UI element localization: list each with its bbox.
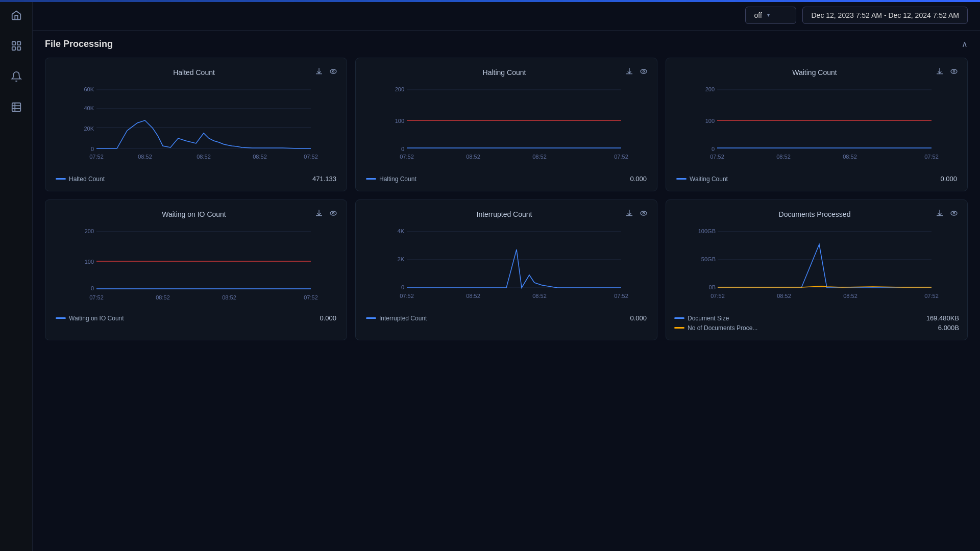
documents-download-button[interactable] [935,208,945,220]
waiting-io-count-actions [314,208,338,220]
halted-count-eye-button[interactable] [328,66,338,78]
halted-count-legend-value: 471.133 [312,175,336,183]
sidebar [0,0,33,551]
halted-count-download-button[interactable] [314,66,324,78]
svg-text:07:52: 07:52 [89,294,104,300]
svg-rect-0 [12,42,15,45]
waiting-count-legend-color [676,178,687,180]
interrupted-legend-item: Interrupted Count [366,315,427,322]
date-range-button[interactable]: Dec 12, 2023 7:52 AM - Dec 12, 2024 7:52… [802,7,968,24]
refresh-dropdown-label: off [754,11,762,19]
waiting-io-chart: 200 100 0 07:52 08:52 08:52 07:52 [54,224,338,308]
doc-size-legend-label: Document Size [688,315,729,322]
svg-point-65 [641,211,647,215]
documents-legend: Document Size 169.480KB No of Documents … [674,314,959,332]
svg-text:07:52: 07:52 [304,154,318,160]
waiting-count-download-button[interactable] [935,66,945,78]
interrupted-chart: 4K 2K 0 07:52 08:52 08:52 07:52 [364,224,649,308]
waiting-count-card: Waiting Count 200 100 0 [666,58,968,191]
svg-text:08:52: 08:52 [843,293,857,299]
halting-count-download-button[interactable] [624,66,634,78]
halting-count-legend-value: 0.000 [630,175,647,183]
interrupted-legend-label: Interrupted Count [379,315,427,322]
svg-text:100: 100 [705,118,715,124]
svg-text:0: 0 [401,284,404,290]
svg-point-78 [953,212,954,214]
interrupted-legend-value: 0.000 [630,314,647,322]
waiting-count-chart: 200 100 0 07:52 08:52 08:52 07:52 [674,82,959,169]
svg-text:2K: 2K [398,256,405,262]
svg-point-8 [330,69,336,73]
waiting-io-eye-button[interactable] [328,208,338,220]
svg-text:0: 0 [401,146,404,152]
svg-point-51 [330,211,336,215]
svg-text:20K: 20K [84,126,94,132]
halting-count-legend-item: Halting Count [366,176,416,183]
sidebar-grid-icon[interactable] [7,37,26,55]
documents-processed-title: Documents Processed [695,210,935,218]
num-docs-legend-label: No of Documents Proce... [688,324,757,332]
svg-text:4K: 4K [398,228,405,234]
svg-text:07:52: 07:52 [924,293,939,299]
waiting-count-header: Waiting Count [674,66,959,78]
waiting-io-count-card: Waiting on IO Count 200 100 0 [45,199,347,340]
waiting-count-legend-label: Waiting Count [690,176,728,183]
svg-text:08:52: 08:52 [776,154,791,160]
svg-text:07:52: 07:52 [614,293,628,299]
halted-count-legend-color [56,178,66,180]
svg-text:40K: 40K [84,105,94,111]
documents-eye-button[interactable] [949,208,959,220]
documents-processed-card: Documents Processed 100GB 50GB 0B [666,199,968,340]
svg-text:200: 200 [705,86,715,92]
sidebar-home-icon[interactable] [7,6,26,24]
documents-doc-size-legend-item: Document Size [674,315,729,322]
svg-text:0: 0 [712,146,715,152]
svg-text:07:52: 07:52 [710,293,725,299]
documents-processed-header: Documents Processed [674,208,959,220]
svg-text:08:52: 08:52 [777,293,791,299]
halting-count-legend-label: Halting Count [379,176,416,183]
svg-text:08:52: 08:52 [197,154,211,160]
waiting-count-actions [935,66,959,78]
refresh-dropdown[interactable]: off ▾ [745,7,796,24]
interrupted-count-title: Interrupted Count [384,210,624,218]
halting-count-card: Halting Count 200 100 0 [355,58,657,191]
svg-text:07:52: 07:52 [924,154,939,160]
svg-text:08:52: 08:52 [532,293,547,299]
waiting-io-count-header: Waiting on IO Count [54,208,338,220]
halted-count-header: Halted Count [54,66,338,78]
interrupted-eye-button[interactable] [639,208,649,220]
waiting-io-legend-color [56,317,66,319]
waiting-count-legend: Waiting Count 0.000 [674,175,959,183]
sidebar-book-icon[interactable] [7,98,26,116]
waiting-count-eye-button[interactable] [949,66,959,78]
halting-count-legend: Halting Count 0.000 [364,175,649,183]
collapse-button[interactable]: ∧ [962,39,968,49]
svg-text:0: 0 [91,285,94,291]
svg-text:08:52: 08:52 [222,294,236,300]
interrupted-download-button[interactable] [624,208,634,220]
svg-point-24 [643,70,644,72]
svg-text:08:52: 08:52 [466,293,480,299]
waiting-count-title: Waiting Count [695,68,935,77]
svg-text:50GB: 50GB [701,256,716,262]
svg-text:200: 200 [85,228,94,234]
svg-text:100GB: 100GB [698,228,716,234]
dashboard-content: File Processing ∧ Halted Count [33,31,980,551]
halting-count-eye-button[interactable] [639,66,649,78]
halted-count-legend: Halted Count 471.133 [54,175,338,183]
halting-count-chart: 200 100 0 07:52 08:52 08:52 07:52 [364,82,649,169]
waiting-io-download-button[interactable] [314,208,324,220]
svg-rect-1 [17,42,20,45]
num-docs-legend-color [674,327,684,329]
documents-chart: 100GB 50GB 0B 07:52 08:52 08:52 07:52 [674,224,959,308]
file-processing-section-header: File Processing ∧ [45,39,968,49]
chevron-down-icon: ▾ [767,12,770,18]
sidebar-bell-icon[interactable] [7,67,26,86]
svg-point-23 [641,69,647,73]
svg-text:07:52: 07:52 [710,154,724,160]
documents-processed-actions [935,208,959,220]
svg-text:07:52: 07:52 [614,154,628,160]
interrupted-count-actions [624,208,649,220]
section-title: File Processing [45,39,113,49]
